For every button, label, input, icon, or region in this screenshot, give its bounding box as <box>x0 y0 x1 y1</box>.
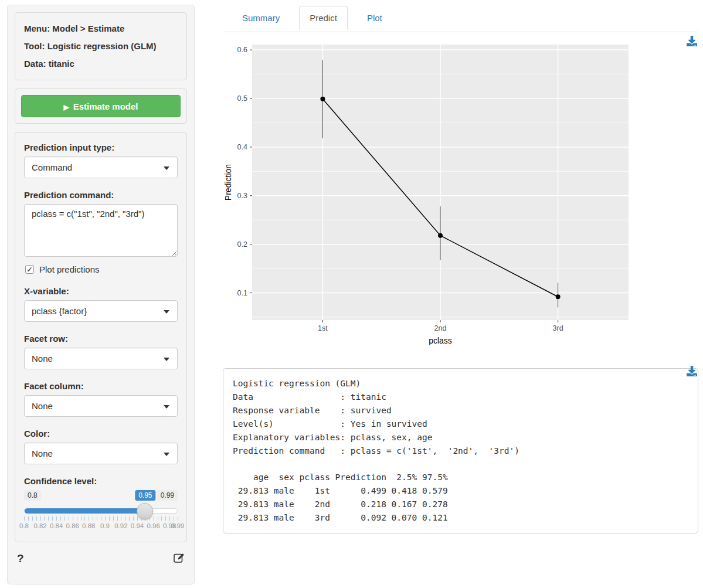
color-label: Color: <box>24 429 178 439</box>
prediction-output: Logistic regression (GLM) Data : titanic… <box>223 368 698 533</box>
svg-text:2nd: 2nd <box>434 324 447 332</box>
facet-column-label: Facet column: <box>24 381 178 391</box>
sidebar-footer: ? <box>15 550 187 565</box>
x-variable-select[interactable]: pclass {factor} <box>24 300 178 322</box>
slider-track[interactable] <box>24 508 178 514</box>
tab-predict-label[interactable]: Predict <box>299 6 348 30</box>
chevron-down-icon <box>164 358 169 361</box>
facet-column-value: None <box>32 401 53 411</box>
chevron-down-icon <box>164 166 169 170</box>
slider-max-badge: 0.99 <box>157 490 178 501</box>
svg-text:0.1: 0.1 <box>237 289 247 297</box>
slider-value-badge: 0.95 <box>135 490 155 501</box>
chevron-down-icon <box>164 453 169 456</box>
help-icon[interactable]: ? <box>17 552 24 565</box>
confidence-level-label: Confidence level: <box>24 476 178 486</box>
tool-name: Tool: Logistic regression (GLM) <box>24 38 178 55</box>
svg-text:1st: 1st <box>318 324 328 332</box>
plot-predictions-checkbox[interactable]: ✓ <box>25 265 34 274</box>
prediction-output-section: Logistic regression (GLM) Data : titanic… <box>223 368 698 533</box>
prediction-plot-section: 0.10.20.30.40.50.61st2nd3rdpclassPredict… <box>223 37 698 356</box>
prediction-command-label: Prediction command: <box>24 190 178 200</box>
tab-predict[interactable]: Predict <box>299 6 348 32</box>
estimate-panel: ▶Estimate model <box>15 89 187 124</box>
model-info-panel: Menu: Model > Estimate Tool: Logistic re… <box>15 12 187 80</box>
facet-column-select[interactable]: None <box>24 395 178 417</box>
slider-fill <box>25 508 145 514</box>
x-variable-value: pclass {factor} <box>32 306 87 316</box>
facet-row-value: None <box>32 354 53 363</box>
prediction-input-type-value: Command <box>32 162 72 172</box>
chevron-down-icon <box>164 405 169 409</box>
color-value: None <box>32 448 53 458</box>
svg-text:pclass: pclass <box>429 336 452 345</box>
download-output-icon[interactable] <box>687 366 697 378</box>
svg-text:Prediction: Prediction <box>223 164 233 200</box>
prediction-plot: 0.10.20.30.40.50.61st2nd3rdpclassPredict… <box>223 37 633 354</box>
tab-summary[interactable]: Summary <box>232 6 290 32</box>
plot-predictions-row: ✓ Plot predictions <box>25 264 178 274</box>
slider-tick-labels: 0.80.820.840.860.880.90.920.940.960.980.… <box>24 522 178 531</box>
slider-tick-marks <box>24 516 178 521</box>
edit-report-icon[interactable] <box>173 552 185 565</box>
estimate-model-button[interactable]: ▶Estimate model <box>21 95 181 117</box>
menu-breadcrumb: Menu: Model > Estimate <box>24 20 178 38</box>
svg-text:0.5: 0.5 <box>237 94 247 103</box>
estimate-model-label: Estimate model <box>73 101 138 111</box>
tab-plot-label[interactable]: Plot <box>356 6 393 30</box>
prediction-input-type-label: Prediction input type: <box>24 142 178 152</box>
svg-text:0.6: 0.6 <box>237 46 247 54</box>
slider-min-badge: 0.8 <box>24 490 41 501</box>
chevron-down-icon <box>164 310 169 314</box>
svg-text:0.2: 0.2 <box>237 240 247 249</box>
main-panel: Summary Predict Plot 0.10.20.30.40.50.61… <box>223 0 703 588</box>
tab-bar: Summary Predict Plot <box>223 6 698 32</box>
facet-row-label: Facet row: <box>24 334 178 344</box>
color-select[interactable]: None <box>24 443 178 464</box>
download-plot-icon[interactable] <box>687 36 697 48</box>
confidence-slider[interactable]: 0.8 0.95 0.99 0.80.820.840.860.880.90.92… <box>24 490 178 536</box>
x-variable-label: X-variable: <box>24 286 178 296</box>
tab-summary-label[interactable]: Summary <box>232 6 290 30</box>
svg-text:0.3: 0.3 <box>237 192 247 200</box>
dataset-name: Data: titanic <box>24 55 178 73</box>
prediction-input-type-select[interactable]: Command <box>24 157 178 178</box>
prediction-form-panel: Prediction input type: Command Predictio… <box>15 132 187 542</box>
sidebar: Menu: Model > Estimate Tool: Logistic re… <box>7 5 195 584</box>
play-icon: ▶ <box>63 103 69 111</box>
prediction-command-input[interactable]: pclass = c("1st", "2nd", "3rd") <box>24 204 178 257</box>
tab-plot[interactable]: Plot <box>356 6 393 32</box>
facet-row-select[interactable]: None <box>24 348 178 369</box>
plot-predictions-label: Plot predictions <box>39 264 100 274</box>
svg-text:0.4: 0.4 <box>237 143 247 151</box>
radiant-app: Menu: Model > Estimate Tool: Logistic re… <box>0 0 703 588</box>
checkmark-icon: ✓ <box>26 266 32 273</box>
svg-text:3rd: 3rd <box>553 324 563 332</box>
